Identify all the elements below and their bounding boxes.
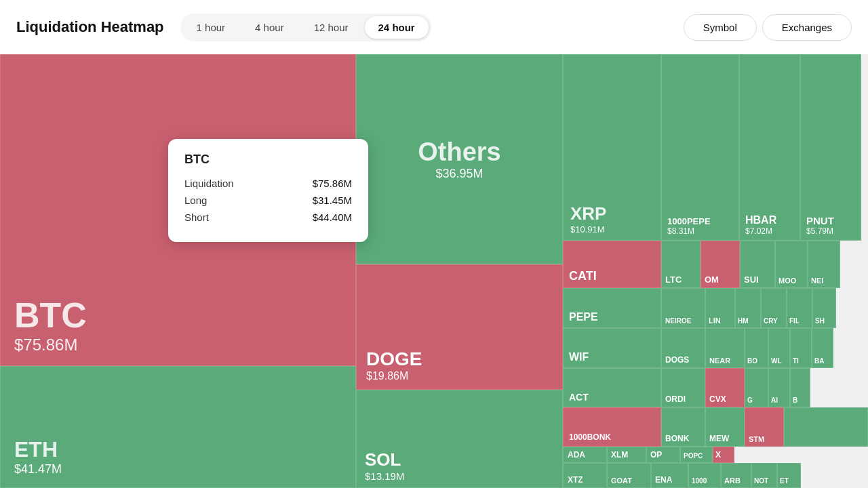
bonk1000-cell[interactable]: 1000BONK — [563, 407, 661, 447]
bo-symbol: BO — [747, 357, 757, 365]
others-cell[interactable]: Others $36.95M — [356, 54, 563, 264]
cati-cell[interactable]: CATI — [563, 241, 661, 288]
act-cell[interactable]: ACT — [563, 368, 661, 407]
n1000-symbol: 1000 — [692, 477, 707, 485]
tooltip-row-short: Short $44.40M — [184, 211, 352, 223]
g-cell[interactable]: G — [745, 368, 768, 407]
pepe-cell[interactable]: PEPE — [563, 288, 661, 329]
pnut-cell[interactable]: PNUT $5.79M — [800, 54, 861, 241]
om-symbol: OM — [705, 274, 719, 285]
lin-cell[interactable]: LIN — [705, 288, 735, 329]
btc-value: $75.86M — [14, 336, 77, 354]
tooltip-title: BTC — [184, 152, 352, 167]
ai-symbol: AI — [771, 396, 778, 404]
dogs-cell[interactable]: DOGS — [661, 328, 705, 367]
xtz-cell[interactable]: XTZ — [563, 463, 607, 487]
pnut-symbol: PNUT — [806, 215, 834, 226]
op-cell[interactable]: OP — [646, 447, 680, 463]
right-row-8: XTZ GOAT ENA 1000 ARB NOT ET — [563, 463, 868, 487]
xlm-cell[interactable]: XLM — [607, 447, 646, 463]
cvx-cell[interactable]: CVX — [705, 368, 745, 407]
sh-cell[interactable]: SH — [812, 288, 836, 329]
ordi-cell[interactable]: ORDI — [661, 368, 705, 407]
others-symbol: Others — [418, 138, 500, 167]
cry-symbol: CRY — [764, 317, 778, 325]
hbar-value: $7.02M — [745, 226, 772, 236]
hm-cell[interactable]: HM — [735, 288, 761, 329]
tooltip-label-short: Short — [184, 211, 209, 223]
arb-cell[interactable]: ARB — [721, 463, 751, 487]
stm-symbol: STM — [749, 435, 764, 443]
doge-cell[interactable]: DOGE $19.86M — [356, 264, 563, 390]
g-symbol: G — [747, 396, 753, 404]
goat-cell[interactable]: GOAT — [607, 463, 651, 487]
others-value: $36.95M — [435, 167, 483, 181]
pepe1000-cell[interactable]: 1000PEPE $8.31M — [661, 54, 739, 241]
dogs-symbol: DOGS — [665, 355, 689, 365]
near-cell[interactable]: NEAR — [705, 328, 745, 367]
cati-symbol: CATI — [569, 269, 597, 283]
right-column: XRP $10.91M 1000PEPE $8.31M HBAR $7.02M … — [563, 54, 868, 488]
eth-cell[interactable]: ETH $41.47M — [0, 366, 356, 488]
time-btn-4h[interactable]: 4 hour — [241, 16, 298, 39]
ti-cell[interactable]: TI — [790, 328, 812, 367]
x-symbol: X — [715, 450, 721, 460]
ltc-cell[interactable]: LTC — [661, 241, 701, 288]
sol-value: $13.19M — [365, 470, 404, 482]
ba-cell[interactable]: BA — [812, 328, 833, 367]
cry-cell[interactable]: CRY — [761, 288, 787, 329]
tooltip-value-liquidation: $75.86M — [313, 178, 352, 189]
sui-symbol: SUI — [744, 274, 759, 285]
fil-cell[interactable]: FIL — [787, 288, 812, 329]
exchanges-button[interactable]: Exchanges — [762, 14, 852, 41]
xrp-symbol: XRP — [570, 203, 606, 224]
right-row-3: PEPE NEIROE LIN HM CRY FIL SH — [563, 288, 868, 329]
et-cell[interactable]: ET — [777, 463, 801, 487]
popc-symbol: POPC — [684, 452, 703, 460]
symbol-button[interactable]: Symbol — [684, 14, 757, 41]
ordi-symbol: ORDI — [665, 394, 686, 404]
time-btn-1h[interactable]: 1 hour — [183, 16, 239, 39]
xrp-cell[interactable]: XRP $10.91M — [563, 54, 661, 241]
time-filters: 1 hour 4 hour 12 hour 24 hour — [180, 14, 431, 41]
ltc-symbol: LTC — [665, 274, 682, 285]
right-row-6: 1000BONK BONK MEW STM — [563, 407, 868, 447]
sui-cell[interactable]: SUI — [740, 241, 775, 288]
moo-cell[interactable]: MOO — [775, 241, 808, 288]
mew-cell[interactable]: MEW — [705, 407, 745, 447]
b-cell[interactable]: B — [790, 368, 810, 407]
x-cell[interactable]: X — [713, 447, 734, 463]
btc-tooltip: BTC Liquidation $75.86M Long $31.45M Sho… — [168, 139, 368, 242]
time-btn-24h[interactable]: 24 hour — [365, 16, 429, 39]
right-row-1: XRP $10.91M 1000PEPE $8.31M HBAR $7.02M … — [563, 54, 868, 241]
popc-cell[interactable]: POPC — [680, 447, 713, 463]
app-title: Liquidation Heatmap — [16, 18, 164, 36]
ai-cell[interactable]: AI — [768, 368, 790, 407]
header-left: Liquidation Heatmap 1 hour 4 hour 12 hou… — [16, 14, 431, 41]
wl-cell[interactable]: WL — [768, 328, 790, 367]
sol-cell[interactable]: SOL $13.19M — [356, 390, 563, 488]
hm-symbol: HM — [738, 317, 749, 325]
xlm-symbol: XLM — [611, 450, 628, 460]
sol-symbol: SOL — [365, 449, 401, 470]
nei-cell[interactable]: NEI — [808, 241, 840, 288]
n1000-cell[interactable]: 1000 — [688, 463, 721, 487]
bonk-cell[interactable]: BONK — [661, 407, 705, 447]
ena-cell[interactable]: ENA — [651, 463, 688, 487]
sh-symbol: SH — [815, 317, 825, 325]
filler-cell-1 — [784, 407, 868, 447]
neiroe-cell[interactable]: NEIROE — [661, 288, 705, 329]
btc-symbol: BTC — [14, 295, 87, 336]
ba-symbol: BA — [814, 357, 824, 365]
wif-cell[interactable]: WIF — [563, 328, 661, 367]
doge-symbol: DOGE — [366, 348, 422, 370]
ada-cell[interactable]: ADA — [563, 447, 607, 463]
om-cell[interactable]: OM — [701, 241, 740, 288]
time-btn-12h[interactable]: 12 hour — [300, 16, 362, 39]
bonk1000-symbol: 1000BONK — [569, 432, 611, 442]
not-cell[interactable]: NOT — [751, 463, 777, 487]
hbar-cell[interactable]: HBAR $7.02M — [739, 54, 800, 241]
stm-cell[interactable]: STM — [745, 407, 784, 447]
bo-cell[interactable]: BO — [745, 328, 768, 367]
heatmap: BTC $75.86M ETH $41.47M Others $36.95M D… — [0, 54, 868, 488]
